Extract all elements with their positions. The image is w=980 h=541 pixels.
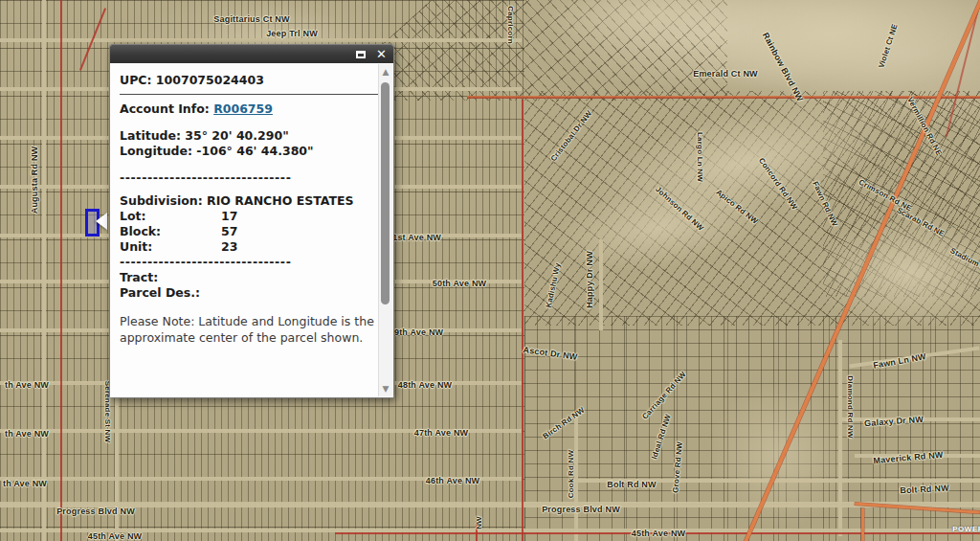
street-label: Cook Rd NW (567, 450, 575, 498)
popup-body: UPC: 1007075024403 Account Info: R006759… (110, 63, 393, 397)
street-label: 45th Ave NW (632, 529, 686, 538)
lot-line: Lot:17 (120, 209, 378, 224)
boundary-line (60, 0, 62, 541)
latitude-line: Latitude: 35° 20' 40.290" (120, 128, 378, 144)
scroll-down-icon[interactable]: ▼ (379, 384, 392, 394)
boundary-line (467, 96, 980, 99)
divider-rule (120, 94, 378, 95)
street-label: Diamond Rd NW (846, 375, 855, 438)
upc-value: 1007075024403 (156, 73, 264, 87)
street-label: Augusta Rd NW (30, 147, 39, 214)
street-label: 51st Ave NW (388, 233, 441, 242)
street-diamond (838, 340, 842, 536)
street-label: Capricorn (506, 6, 515, 44)
street (0, 38, 522, 42)
street-progress-blvd (0, 502, 980, 507)
street-label: 50th Ave NW (433, 279, 487, 288)
street-label: Sagittarius Ct NW (213, 14, 289, 24)
street-label: th Ave NW (5, 380, 49, 390)
tract-line: Tract: (120, 270, 378, 285)
scroll-up-icon[interactable]: ▲ (379, 67, 392, 77)
street-label: th Ave NW (3, 479, 47, 488)
dashed-divider: ------------------------------- (120, 170, 378, 186)
dashed-divider: ------------------------------- (120, 255, 378, 270)
street-label: 46th Ave NW (426, 476, 480, 485)
note-text: Please Note: Latitude and Longitude is t… (120, 313, 378, 346)
street-label: th Ave NW (5, 429, 49, 439)
street-label: Emerald Ct NW (693, 69, 758, 79)
street-label: Jeep Trl NW (266, 29, 318, 38)
unit-line: Unit:23 (120, 239, 378, 255)
street-label: 47th Ave NW (414, 428, 469, 438)
street-label: Progress Blvd NW (542, 505, 620, 514)
street-label: 45th Ave NW (88, 531, 143, 541)
street-label: Progress Blvd NW (56, 507, 135, 516)
street-label: 48th Ave NW (398, 380, 453, 390)
popup-titlebar[interactable]: ✕ (110, 45, 393, 63)
street-label: Largo Ln NW (696, 132, 704, 182)
account-info-line: Account Info: R006759 (120, 101, 378, 117)
street-label: Happy Dr NW (585, 251, 594, 308)
scrollbar-thumb[interactable] (381, 82, 390, 304)
street-label: 49th Ave NW (390, 327, 444, 337)
road-line (861, 508, 864, 541)
close-icon[interactable]: ✕ (376, 48, 387, 60)
street-cook (574, 412, 578, 541)
street-label: NW (475, 516, 483, 530)
street-augusta (42, 0, 46, 541)
subdivision-line: Subdivision: RIO RANCHO ESTATES (120, 193, 378, 209)
maximize-icon[interactable] (356, 51, 366, 58)
upc-line: UPC: 1007075024403 (120, 73, 378, 88)
block-line: Block:57 (120, 224, 378, 239)
map-viewport[interactable]: POWER Sagittarius Ct NWJeep Trl NWCapric… (0, 0, 980, 541)
street-happy (599, 239, 603, 330)
boundary-line (522, 100, 523, 541)
popup-scrollbar[interactable]: ▲ ▼ (378, 64, 392, 396)
account-link[interactable]: R006759 (213, 101, 273, 116)
street-label: Bolt Rd NW (607, 480, 657, 489)
watermark: POWER (952, 525, 980, 533)
popup-anchor-arrow (96, 213, 107, 230)
parcel-info-popup: ✕ UPC: 1007075024403 Account Info: R0067… (109, 44, 394, 398)
longitude-line: Longitude: -106° 46' 44.380" (120, 144, 378, 159)
parcel-des-line: Parcel Des.: (120, 285, 378, 301)
